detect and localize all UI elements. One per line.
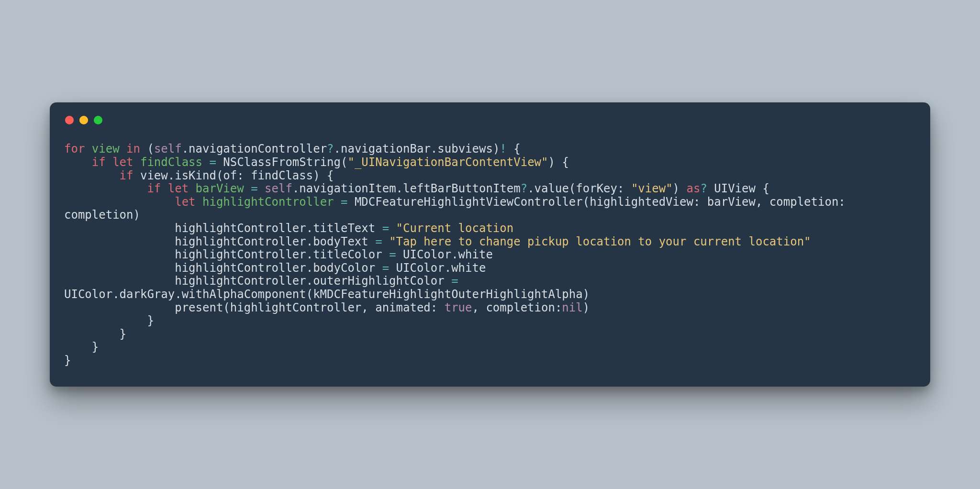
zoom-icon[interactable]: [94, 116, 102, 124]
window-controls: [65, 116, 916, 124]
code-window: for view in (self.navigationController?.…: [50, 102, 930, 386]
minimize-icon[interactable]: [79, 116, 88, 124]
code-content: for view in (self.navigationController?.…: [64, 143, 916, 367]
close-icon[interactable]: [65, 116, 74, 124]
